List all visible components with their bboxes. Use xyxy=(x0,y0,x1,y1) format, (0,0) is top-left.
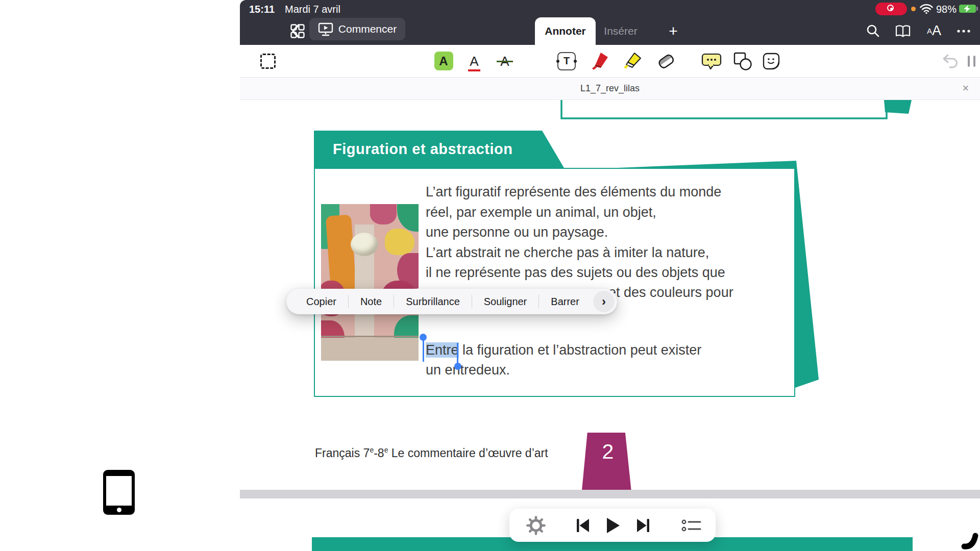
gear-icon xyxy=(526,515,546,536)
menu-item-strikethrough[interactable]: Barrer xyxy=(539,296,591,308)
playback-settings-button[interactable] xyxy=(524,509,548,542)
skip-back-icon xyxy=(575,518,591,533)
menu-item-note[interactable]: Note xyxy=(349,296,394,308)
book-icon xyxy=(895,24,911,38)
strikethrough-a-icon: A xyxy=(500,55,509,68)
page-gap xyxy=(240,490,980,498)
menu-item-copy[interactable]: Copier xyxy=(295,296,348,308)
artwork-thumbnail xyxy=(321,204,419,361)
pause-bars-icon xyxy=(968,56,975,67)
screen: 15:11 Mardi 7 avril 98% xyxy=(0,0,980,551)
paint-shape xyxy=(397,204,419,232)
tab-annotate[interactable]: Annoter xyxy=(535,17,596,45)
page-grid-button[interactable] xyxy=(288,17,307,45)
comment-tool[interactable] xyxy=(700,45,723,77)
start-presentation-button[interactable]: Commencer xyxy=(309,18,405,40)
playback-bar xyxy=(509,509,716,542)
undo-icon xyxy=(940,53,959,70)
aa-icon: A xyxy=(927,27,932,35)
body-line: un entredeux. xyxy=(426,360,803,380)
page-number-badge: 2 xyxy=(581,433,635,490)
body-line: réel, par exemple un animal, un objet, xyxy=(426,203,803,223)
paint-shape xyxy=(351,233,378,256)
more-menu-button[interactable] xyxy=(952,17,975,45)
skip-forward-icon xyxy=(635,518,651,533)
selection-handle-end[interactable] xyxy=(454,363,461,370)
tab-insert[interactable]: Insérer xyxy=(600,17,641,45)
pen-stroke-arc xyxy=(964,536,975,546)
body-line-partial: et des couleurs pour xyxy=(608,283,733,303)
slide-title-banner: Figuration et abstraction xyxy=(314,131,569,168)
play-icon xyxy=(606,517,620,534)
text-selection-menu: Copier Note Surbrillance Souligner Barre… xyxy=(286,289,617,314)
close-document-button[interactable]: × xyxy=(959,82,973,95)
highlighter-icon xyxy=(622,51,643,72)
annotation-toolbar: A A A T xyxy=(240,45,980,78)
ellipsis-icon xyxy=(957,29,971,33)
paint-shape xyxy=(321,338,419,361)
document-filename: L1_7_rev_lilas xyxy=(240,83,980,94)
marquee-icon xyxy=(260,54,276,69)
collapse-toolbar-button[interactable] xyxy=(964,45,979,77)
sticker-tool[interactable] xyxy=(760,45,783,77)
body-line: la figuration et l’abstraction peut exis… xyxy=(459,342,702,358)
paint-shape xyxy=(370,204,397,224)
add-tab-button[interactable]: + xyxy=(665,23,682,40)
marquee-select-tool[interactable] xyxy=(257,45,279,77)
text-highlight-tool[interactable]: A xyxy=(432,45,455,77)
eraser-icon xyxy=(655,51,677,72)
shapes-icon xyxy=(731,51,753,72)
underline-a-icon: A xyxy=(470,55,478,68)
body-line: L’art figuratif représente des éléments … xyxy=(426,182,803,203)
tablet-home-button xyxy=(117,508,121,512)
menu-item-highlight[interactable]: Surbrillance xyxy=(394,296,472,308)
eraser-tool[interactable] xyxy=(654,45,678,77)
list-icon xyxy=(681,518,702,533)
reader-button[interactable] xyxy=(892,17,914,45)
selected-text[interactable]: Entre xyxy=(426,342,459,358)
document-title-bar: L1_7_rev_lilas × xyxy=(240,78,980,100)
skip-back-button[interactable] xyxy=(572,509,594,542)
paint-shape xyxy=(385,229,414,255)
tablet-icon xyxy=(103,470,135,515)
tablet-screen xyxy=(106,476,132,506)
presentation-play-icon xyxy=(318,22,333,36)
slide-footer: Français 7e-8e Le commentaire d’œuvre d’… xyxy=(315,446,548,460)
marker-pen-tool[interactable] xyxy=(587,45,611,77)
slide-list-button[interactable] xyxy=(679,509,704,542)
navigation-row: Commencer Annoter Insérer + xyxy=(240,17,980,45)
menu-item-underline[interactable]: Souligner xyxy=(472,296,539,308)
highlighter-tool[interactable] xyxy=(621,45,644,77)
microphone-indicator-icon xyxy=(911,7,916,11)
start-label: Commencer xyxy=(338,23,397,35)
text-size-button[interactable]: AA xyxy=(922,17,946,45)
text-underline-tool[interactable]: A xyxy=(463,45,485,77)
status-bar: 15:11 Mardi 7 avril 98% xyxy=(240,0,980,17)
skip-forward-button[interactable] xyxy=(632,509,654,542)
paint-shape xyxy=(321,336,419,337)
previous-card-flap xyxy=(884,100,912,114)
undo-button[interactable] xyxy=(938,45,961,77)
text-box-tool[interactable]: T xyxy=(555,45,578,77)
slide-title: Figuration et abstraction xyxy=(333,141,512,157)
play-button[interactable] xyxy=(601,509,625,542)
search-button[interactable] xyxy=(863,17,883,45)
body-line: une personne ou un paysage. xyxy=(426,222,803,243)
marker-pen-icon xyxy=(589,51,610,72)
previous-card-border xyxy=(561,100,887,118)
clock: 15:11 xyxy=(249,4,275,15)
body-line: il ne représente pas des sujets ou des o… xyxy=(426,263,803,283)
selection-paragraph: Entre la figuration et l’abstraction peu… xyxy=(426,340,803,380)
battery-charging-icon xyxy=(959,5,976,13)
screen-recording-indicator[interactable] xyxy=(875,3,907,15)
date: Mardi 7 avril xyxy=(285,4,340,15)
search-icon xyxy=(866,24,880,38)
text-strikethrough-tool[interactable]: A xyxy=(494,45,516,77)
comment-bubble-icon xyxy=(701,51,722,71)
battery-percent: 98% xyxy=(936,4,957,15)
shapes-tool[interactable] xyxy=(730,45,754,77)
sticker-smiley-icon xyxy=(761,51,781,71)
highlight-a-icon: A xyxy=(434,52,453,70)
menu-more-button[interactable]: › xyxy=(593,291,615,312)
wifi-icon xyxy=(920,4,933,14)
